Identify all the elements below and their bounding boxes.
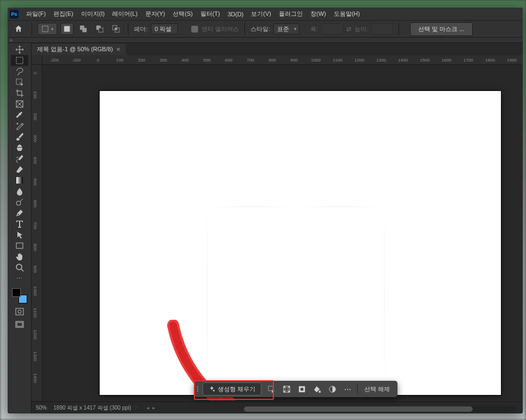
clone-stamp-tool-icon[interactable] xyxy=(11,142,28,153)
dodge-tool-icon[interactable] xyxy=(11,197,28,208)
foreground-color-swatch[interactable] xyxy=(12,288,21,297)
type-tool-icon[interactable] xyxy=(11,218,28,229)
document-info[interactable]: 1890 픽셀 x 1417 픽셀 (300 ppi) xyxy=(53,404,131,412)
healing-brush-tool-icon[interactable] xyxy=(11,120,28,131)
selection-add-icon[interactable] xyxy=(77,23,90,35)
horizontal-scrollbar[interactable] xyxy=(244,406,516,412)
svg-rect-13 xyxy=(16,177,23,184)
menu-image[interactable]: 이미지(I) xyxy=(78,8,108,20)
scroll-right-icon[interactable]: ▸ xyxy=(152,405,155,411)
doc-info-chevron-icon[interactable]: 〉 xyxy=(134,404,140,412)
toolbar-more-icon[interactable]: ⋯ xyxy=(11,273,28,284)
svg-point-25 xyxy=(300,387,303,391)
hand-tool-icon[interactable] xyxy=(11,251,28,262)
selection-new-icon[interactable] xyxy=(60,23,74,35)
path-selection-tool-icon[interactable] xyxy=(11,229,28,240)
mask-selection-icon[interactable] xyxy=(295,382,308,395)
feather-input[interactable]: 0 픽셀 xyxy=(151,23,178,34)
width-label: 폭: xyxy=(310,25,318,33)
svg-point-16 xyxy=(16,264,22,270)
ruler-origin[interactable] xyxy=(32,55,42,65)
vertical-ruler[interactable]: 0100200300400500600700800900100011001200… xyxy=(32,65,42,400)
gradient-tool-icon[interactable] xyxy=(11,175,28,186)
color-swatches[interactable] xyxy=(12,288,27,303)
contextual-task-bar[interactable]: 생성형 채우기 ⋯ 선택 해제 xyxy=(194,381,397,397)
blur-tool-icon[interactable] xyxy=(11,186,28,197)
rectangle-tool-icon[interactable] xyxy=(11,240,28,251)
deselect-button[interactable]: 선택 해제 xyxy=(360,385,394,393)
lasso-tool-icon[interactable] xyxy=(11,66,28,77)
frame-tool-icon[interactable] xyxy=(11,99,28,109)
svg-rect-15 xyxy=(16,243,23,248)
photoshop-app-window: Ps 파일(F) 편집(E) 이미지(I) 레이어(L) 문자(Y) 선택(S)… xyxy=(8,8,523,413)
svg-point-12 xyxy=(17,123,18,124)
menu-view[interactable]: 보기(V) xyxy=(248,8,274,20)
menu-window[interactable]: 창(W) xyxy=(307,8,329,20)
menu-layer[interactable]: 레이어(L) xyxy=(109,8,140,20)
fill-selection-icon[interactable] xyxy=(310,382,323,395)
feather-label: 페더: xyxy=(134,25,148,33)
zoom-tool-icon[interactable] xyxy=(11,262,28,273)
svg-point-14 xyxy=(16,201,21,205)
quick-mask-icon[interactable] xyxy=(14,307,25,316)
screen-mode-icon[interactable] xyxy=(14,320,25,330)
selection-subtract-icon[interactable] xyxy=(93,23,106,35)
workzone: ⋯ 제목 없음-1 @ 50% (RGB/8) × -200-100010020… xyxy=(8,43,523,413)
generative-fill-label: 생성형 채우기 xyxy=(218,385,255,393)
marquee-tool-icon[interactable] xyxy=(11,55,28,66)
antialias-label: 앤티 앨리어스 xyxy=(201,25,239,33)
svg-point-18 xyxy=(18,310,21,313)
selection-intersect-icon[interactable] xyxy=(109,23,123,35)
menu-3d[interactable]: 3D(D) xyxy=(224,9,247,19)
menu-help[interactable]: 도움말(H) xyxy=(331,8,363,20)
crop-tool-icon[interactable] xyxy=(11,88,28,99)
svg-rect-1 xyxy=(64,26,70,32)
menu-plugins[interactable]: 플러그인 xyxy=(276,8,306,20)
brush-tool-icon[interactable] xyxy=(11,131,28,142)
adjustment-layer-icon[interactable] xyxy=(326,382,339,395)
close-tab-icon[interactable]: × xyxy=(117,45,121,53)
dock-handle-icon[interactable]: » xyxy=(10,38,13,43)
invert-selection-icon[interactable] xyxy=(280,382,293,395)
svg-rect-20 xyxy=(17,322,22,326)
marquee-selection[interactable] xyxy=(207,206,384,393)
options-bar: ▾ 페더: 0 픽셀 앤티 앨리어스 스타일: 표준 폭: ⇄ 높이: 선택 및… xyxy=(8,20,523,38)
zoom-level[interactable]: 50% xyxy=(36,405,47,411)
document-tabs: 제목 없음-1 @ 50% (RGB/8) × xyxy=(32,43,523,55)
modify-selection-icon[interactable] xyxy=(265,382,278,395)
select-and-mask-button[interactable]: 선택 및 마스크 ... xyxy=(410,22,472,36)
svg-rect-23 xyxy=(285,387,288,391)
photoshop-logo-icon: Ps xyxy=(10,10,19,19)
scroll-left-icon[interactable]: ◂ xyxy=(146,405,149,411)
generative-fill-button[interactable]: 생성형 채우기 xyxy=(203,382,261,395)
move-tool-icon[interactable] xyxy=(11,44,28,55)
svg-rect-9 xyxy=(16,57,23,64)
eyedropper-tool-icon[interactable] xyxy=(11,109,28,120)
panel-dock-strip: » xyxy=(8,38,523,43)
menubar: Ps 파일(F) 편집(E) 이미지(I) 레이어(L) 문자(Y) 선택(S)… xyxy=(8,8,523,20)
menu-select[interactable]: 선택(S) xyxy=(169,8,196,20)
menu-file[interactable]: 파일(F) xyxy=(23,8,49,20)
pen-tool-icon[interactable] xyxy=(11,208,28,218)
menu-edit[interactable]: 편집(E) xyxy=(50,8,77,20)
style-label: 스타일: xyxy=(250,25,270,33)
more-options-icon[interactable]: ⋯ xyxy=(341,382,354,395)
height-input xyxy=(371,23,393,34)
document-tab-title: 제목 없음-1 @ 50% (RGB/8) xyxy=(37,45,113,53)
antialias-checkbox xyxy=(191,26,198,33)
tool-preset-selector[interactable]: ▾ xyxy=(38,23,57,35)
style-select[interactable]: 표준 xyxy=(273,23,299,34)
menu-type[interactable]: 문자(Y) xyxy=(142,8,169,20)
height-label: 높이: xyxy=(354,25,368,33)
width-input xyxy=(321,23,343,34)
document-tab[interactable]: 제목 없음-1 @ 50% (RGB/8) × xyxy=(32,44,126,55)
menu-filter[interactable]: 필터(T) xyxy=(197,8,223,20)
taskbar-grip-icon[interactable] xyxy=(197,386,200,392)
horizontal-ruler[interactable]: -200-10001002003004005006007008009001000… xyxy=(42,55,523,65)
history-brush-tool-icon[interactable] xyxy=(11,153,28,164)
canvas-viewport[interactable] xyxy=(42,65,523,400)
eraser-tool-icon[interactable] xyxy=(11,164,28,175)
home-icon[interactable] xyxy=(11,22,26,35)
scrollbar-thumb[interactable] xyxy=(244,406,473,412)
object-selection-tool-icon[interactable] xyxy=(11,77,28,88)
